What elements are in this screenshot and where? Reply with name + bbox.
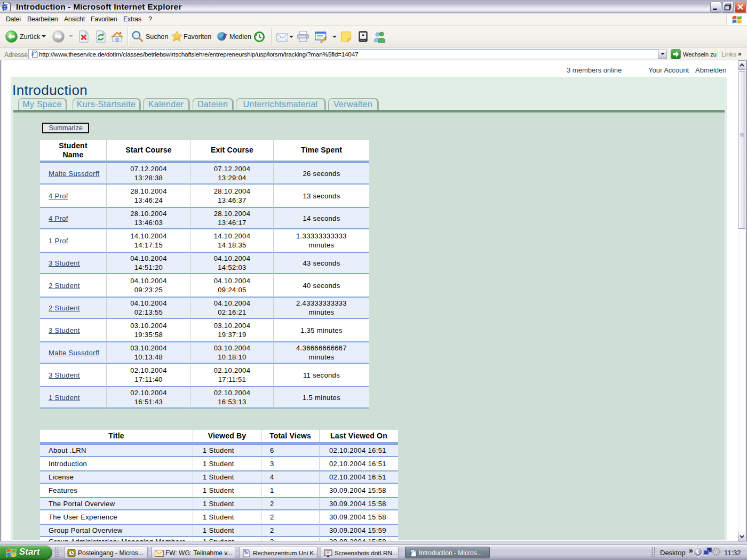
svg-text:e: e — [31, 51, 34, 57]
svg-text:e: e — [410, 549, 412, 556]
